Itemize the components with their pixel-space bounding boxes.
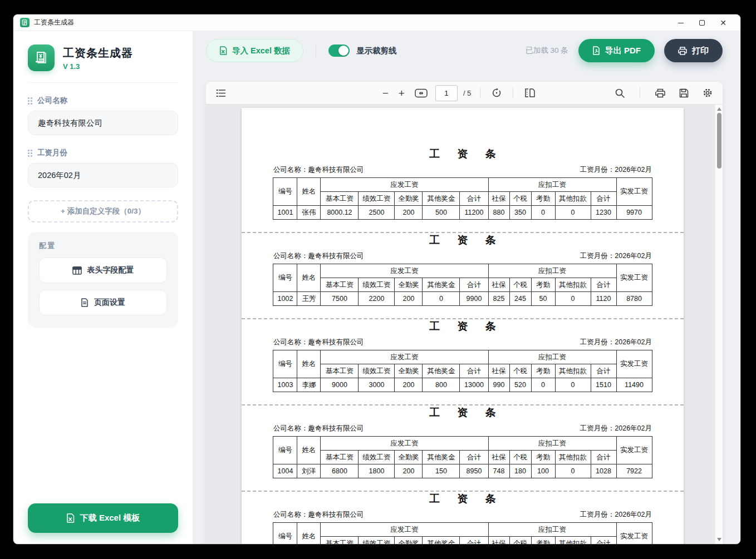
fit-width-button[interactable] (413, 86, 430, 100)
app-window: 工资条生成器 ─ ✕ 工资条生成器 V 1.3 (13, 14, 740, 544)
data-cell: 245 (509, 292, 531, 306)
payslip-month-line: 工资月份：2026年02月 (580, 424, 652, 433)
data-cell: 8780 (616, 292, 652, 306)
data-cell: 6800 (321, 464, 359, 478)
zoom-out-button[interactable]: − (380, 86, 391, 101)
excel-file-icon (219, 46, 227, 55)
sub-header-cell: 基本工资 (321, 192, 359, 206)
payslip-title: 工 资 条 (242, 405, 684, 420)
sub-header-cell: 其他奖金 (423, 451, 460, 464)
data-cell: 1002 (273, 292, 297, 306)
header-id: 编号 (273, 178, 297, 206)
sub-header-cell: 社保 (488, 364, 509, 378)
header-id: 编号 (273, 350, 297, 378)
top-toolbar: 导入 Excel 数据 显示裁剪线 已加载 30 条 导出 PDF (206, 38, 723, 63)
print-button[interactable]: 打印 (664, 39, 723, 62)
scroll-down-arrow[interactable] (717, 538, 721, 541)
data-cell: 748 (488, 464, 509, 478)
data-cell: 0 (423, 292, 460, 306)
pdf-viewer: − + / 5 (206, 82, 723, 544)
app-version: V 1.3 (63, 62, 133, 71)
sub-header-cell: 考勤 (531, 364, 555, 378)
page-number-input[interactable] (435, 85, 458, 101)
header-net-pay: 实发工资 (616, 350, 652, 378)
payslip-block: 工 资 条 公司名称：趣奇科技有限公司 工资月份：2026年02月 编号 姓名 … (242, 147, 684, 233)
payslip-company-line: 公司名称：趣奇科技有限公司 (273, 424, 364, 433)
data-cell: 1120 (591, 292, 616, 306)
header-income-group: 应发工资 (321, 178, 488, 192)
data-cell: 13000 (460, 378, 488, 392)
close-button[interactable]: ✕ (713, 16, 734, 30)
page-view-icon[interactable] (522, 86, 537, 100)
save-icon[interactable] (677, 86, 691, 100)
sub-header-row: 基本工资绩效工资全勤奖其他奖金合计社保个税考勤其他扣款合计 (273, 537, 652, 545)
app-icon (20, 18, 30, 27)
salary-month-input[interactable]: 2026年02月 (28, 163, 178, 187)
page-total: / 5 (463, 89, 471, 97)
header-deduction-group: 应扣工资 (488, 437, 616, 451)
maximize-button[interactable] (691, 16, 713, 30)
payslip-title: 工 资 条 (242, 319, 684, 334)
minimize-button[interactable]: ─ (670, 16, 691, 30)
export-pdf-button[interactable]: 导出 PDF (578, 39, 655, 62)
data-cell: 1510 (591, 378, 616, 392)
sub-header-cell: 其他奖金 (423, 364, 460, 378)
scroll-up-arrow[interactable] (717, 107, 721, 111)
payslip-info-row: 公司名称：趣奇科技有限公司 工资月份：2026年02月 (273, 423, 652, 433)
data-cell: 1800 (359, 464, 395, 478)
payslip-block: 工 资 条 公司名称：趣奇科技有限公司 工资月份：2026年02月 编号 姓名 … (242, 492, 684, 544)
data-cell: 1230 (591, 206, 616, 220)
payslip-table: 编号 姓名 应发工资 应扣工资 实发工资 基本工资绩效工资全勤奖其他奖金合计社保… (273, 350, 652, 392)
rotate-icon[interactable] (489, 86, 504, 100)
header-fields-config-button[interactable]: 表头字段配置 (39, 258, 167, 283)
payslip-block: 工 资 条 公司名称：趣奇科技有限公司 工资月份：2026年02月 编号 姓名 … (242, 233, 684, 319)
sidebar: 工资条生成器 V 1.3 公司名称 趣奇科技有限公司 工资月份 2026年02月… (13, 31, 193, 544)
import-excel-button[interactable]: 导入 Excel 数据 (206, 39, 303, 62)
search-icon[interactable] (613, 86, 627, 100)
settings-gear-icon[interactable] (700, 86, 715, 100)
print-icon[interactable] (653, 86, 667, 100)
page-icon (81, 298, 89, 307)
company-name-input[interactable]: 趣奇科技有限公司 (28, 111, 178, 135)
payslip-table: 编号 姓名 应发工资 应扣工资 实发工资 基本工资绩效工资全勤奖其他奖金合计社保… (273, 264, 652, 306)
data-cell: 1001 (273, 206, 297, 220)
sub-header-cell: 社保 (488, 451, 509, 464)
sub-header-cell: 合计 (591, 451, 616, 464)
payslip-table: 编号 姓名 应发工资 应扣工资 实发工资 基本工资绩效工资全勤奖其他奖金合计社保… (273, 177, 652, 220)
sub-header-cell: 基本工资 (321, 364, 359, 378)
sub-header-cell: 绩效工资 (359, 278, 395, 292)
sub-header-cell: 基本工资 (321, 451, 359, 464)
header-name: 姓名 (297, 264, 321, 292)
config-section: 配置 表头字段配置 (28, 232, 178, 328)
data-cell: 王芳 (297, 292, 321, 306)
payslip-month-line: 工资月份：2026年02月 (580, 251, 652, 261)
sub-header-cell: 绩效工资 (359, 537, 395, 545)
sub-header-cell: 社保 (488, 192, 509, 206)
viewer-scrollbar[interactable] (715, 105, 723, 544)
sub-header-cell: 合计 (591, 192, 616, 206)
page-setup-button[interactable]: 页面设置 (39, 290, 167, 315)
sub-header-cell: 全勤奖 (395, 451, 423, 464)
scrollbar-thumb[interactable] (717, 113, 721, 169)
sub-header-cell: 合计 (460, 278, 488, 292)
payslip-month-line: 工资月份：2026年02月 (580, 510, 652, 520)
sub-header-cell: 其他扣款 (555, 451, 591, 464)
payslip-company-line: 公司名称：趣奇科技有限公司 (273, 165, 364, 175)
pdf-canvas-area[interactable]: 工 资 条 公司名称：趣奇科技有限公司 工资月份：2026年02月 编号 姓名 … (206, 105, 723, 544)
data-cell: 0 (555, 206, 591, 220)
data-cell: 7500 (321, 292, 359, 306)
add-custom-field-button[interactable]: + 添加自定义字段（0/3） (28, 200, 178, 222)
header-name: 姓名 (297, 523, 321, 545)
data-cell: 8950 (460, 464, 488, 478)
zoom-in-button[interactable]: + (396, 86, 407, 101)
data-cell: 2200 (359, 292, 395, 306)
data-cell: 180 (509, 464, 531, 478)
sub-header-cell: 其他奖金 (423, 278, 460, 292)
show-cutline-toggle[interactable] (328, 44, 350, 57)
sub-header-cell: 其他奖金 (423, 537, 460, 545)
toc-icon[interactable] (214, 87, 228, 100)
download-excel-template-button[interactable]: 下载 Excel 模板 (28, 503, 178, 533)
sub-header-cell: 个税 (509, 278, 531, 292)
sub-header-cell: 全勤奖 (395, 537, 423, 545)
header-id: 编号 (273, 523, 297, 545)
